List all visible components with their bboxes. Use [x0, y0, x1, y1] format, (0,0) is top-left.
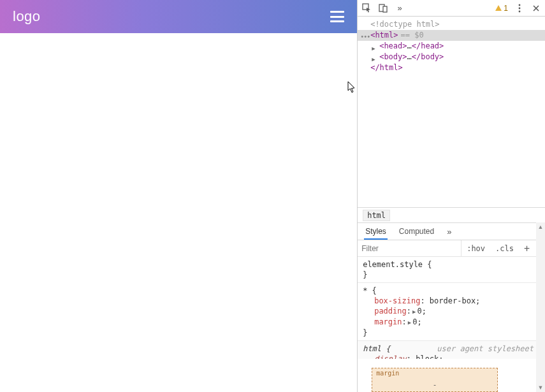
box-model[interactable]: margin -	[358, 359, 545, 392]
device-toolbar-icon[interactable]	[378, 3, 388, 13]
devtools-toolbar: » 1	[358, 0, 545, 17]
ua-stylesheet-label: user agent stylesheet	[437, 344, 534, 354]
inspect-element-icon[interactable]	[361, 3, 372, 13]
styles-tabbar: Styles Computed »	[358, 222, 545, 240]
scroll-up-icon[interactable]: ▲	[536, 222, 545, 231]
dom-node-html-close[interactable]: </html>	[358, 62, 545, 73]
new-style-rule-button[interactable]: +	[519, 240, 535, 256]
scroll-down-icon[interactable]: ▼	[536, 383, 545, 392]
rendered-page: logo	[0, 0, 358, 392]
warnings-badge[interactable]: 1	[495, 4, 508, 13]
svg-point-4	[519, 7, 521, 9]
menu-icon[interactable]	[330, 11, 344, 22]
svg-rect-2	[383, 6, 387, 12]
styles-filter-input[interactable]	[358, 240, 461, 256]
navbar-logo[interactable]: logo	[13, 8, 41, 25]
dom-doctype[interactable]: <!doctype html>	[370, 20, 439, 29]
panel-scrollbar[interactable]: ▲ ▼	[536, 222, 545, 392]
rule-html-ua[interactable]: user agent stylesheet html { display: bl…	[358, 341, 545, 359]
breadcrumb-item[interactable]: html	[363, 210, 390, 221]
dom-node-body[interactable]: ▶ <body>…</body>	[358, 52, 545, 62]
more-tabs-icon[interactable]: »	[395, 3, 405, 13]
cls-toggle[interactable]: .cls	[490, 240, 519, 256]
mouse-cursor-icon	[347, 81, 356, 94]
tab-styles[interactable]: Styles	[364, 223, 388, 240]
close-icon[interactable]	[531, 3, 541, 13]
rule-universal[interactable]: * { box-sizing: border-box; padding:▶0; …	[358, 283, 545, 341]
svg-point-5	[519, 10, 521, 12]
styles-filter-row: :hov .cls +	[358, 240, 545, 257]
devtools-panel: » 1 <!doctype html> ••• <html>== $0 ▶ <h…	[358, 0, 545, 392]
svg-point-3	[519, 4, 521, 6]
warnings-count: 1	[504, 4, 508, 13]
tab-computed[interactable]: Computed	[398, 223, 435, 240]
hov-toggle[interactable]: :hov	[461, 240, 490, 256]
styles-rules[interactable]: element.style { } * { box-sizing: border…	[358, 257, 545, 359]
elements-tree[interactable]: <!doctype html> ••• <html>== $0 ▶ <head>…	[358, 17, 545, 207]
kebab-menu-icon[interactable]	[514, 3, 525, 13]
box-model-margin-label: margin	[376, 370, 399, 377]
dom-node-head[interactable]: ▶ <head>…</head>	[358, 41, 545, 52]
navbar: logo	[0, 0, 357, 33]
breadcrumb: html	[358, 207, 545, 222]
box-model-margin-top[interactable]: -	[433, 381, 437, 389]
rule-element-style[interactable]: element.style { }	[358, 257, 545, 283]
more-styles-tabs-icon[interactable]: »	[446, 223, 453, 240]
dom-node-html[interactable]: ••• <html>== $0	[358, 30, 545, 41]
